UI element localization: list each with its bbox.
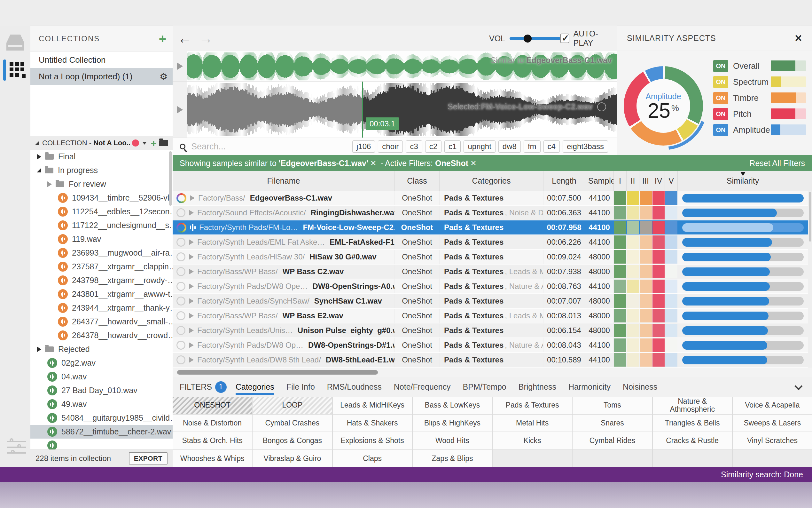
category-cell[interactable]: Claps (333, 450, 412, 467)
filter-tab[interactable]: Note/Frequency (394, 378, 451, 396)
aspect-on-toggle[interactable]: ON (713, 124, 728, 136)
row-play-icon[interactable] (190, 195, 195, 201)
table-row[interactable]: Factory/Synth Pads/DW8 Ope…DW8-OpenStrin… (173, 279, 812, 294)
table-row[interactable]: Factory/Bass/EdgeoverBass-C1.wav OneShot… (173, 191, 812, 206)
table-horizontal-scrollbar[interactable] (173, 368, 812, 377)
export-button[interactable]: EXPORT (129, 452, 168, 465)
tree-file-row[interactable] (30, 438, 173, 450)
category-cell[interactable]: Vibraslap & Guiro (252, 450, 332, 467)
table-row[interactable]: Factory/Synth Pads/DW8 Op…DW8-OpenString… (173, 338, 812, 353)
column-header-roman-2[interactable]: II (627, 171, 639, 190)
category-cell[interactable]: Snares (573, 415, 652, 432)
row-play-icon[interactable] (189, 357, 194, 363)
sample-status-icon[interactable] (177, 252, 185, 261)
aspect-on-toggle[interactable]: ON (713, 76, 728, 88)
expand-triangle-icon[interactable] (37, 346, 41, 352)
sample-status-icon[interactable] (177, 326, 185, 335)
filter-tab[interactable]: Brightness (519, 378, 556, 396)
category-cell[interactable] (653, 450, 732, 467)
expand-triangle-icon[interactable] (37, 168, 41, 172)
back-button[interactable]: ← (178, 31, 192, 45)
search-tag[interactable]: j106 (352, 140, 375, 153)
aspect-weight-bar[interactable] (771, 60, 806, 71)
aspect-on-toggle[interactable]: ON (713, 108, 728, 120)
category-cell[interactable] (733, 450, 812, 467)
column-header-filename[interactable]: Filename (173, 171, 395, 190)
search-tag[interactable]: upright (464, 140, 495, 153)
sample-status-icon[interactable] (177, 355, 185, 364)
category-cell[interactable]: Voice & Acapella (733, 397, 812, 414)
new-folder-icon[interactable] (159, 140, 168, 146)
category-cell[interactable]: Stabs & Orch. Hits (173, 432, 252, 450)
close-icon[interactable]: ✕ (795, 33, 802, 44)
search-tag[interactable]: c4 (543, 140, 560, 153)
category-cell[interactable] (493, 450, 572, 467)
tree-file-row[interactable]: 243798__xtrgamr__rowdy-… (30, 273, 173, 287)
reference-waveform[interactable]: Similar to: EdgeoverBass-C1.wav (173, 51, 617, 82)
category-cell[interactable]: Sweeps & Lasers (733, 415, 812, 432)
collection-list-item[interactable]: Untitled Collection ⚙ (30, 51, 173, 68)
scrollbar-thumb[interactable] (177, 370, 378, 375)
drive-icon[interactable] (6, 35, 24, 50)
chevron-down-icon[interactable] (142, 142, 147, 144)
tree-file-row[interactable]: 54084__guitarguy1985__civild… (30, 411, 173, 425)
category-cell[interactable]: Vinyl Scratches (733, 432, 812, 450)
row-play-icon[interactable] (189, 313, 194, 319)
sample-status-icon[interactable] (177, 208, 185, 217)
category-cell[interactable]: Triangles & Bells (653, 415, 732, 432)
collection-list-item[interactable]: Not a Loop (Imported) (1) ⚙ (30, 68, 173, 85)
tree-file-row[interactable]: 264377__howardv__small-… (30, 315, 173, 329)
clear-similarity-icon[interactable]: ✕ (370, 159, 376, 168)
tree-file-row[interactable]: 264378__howardv__crowd… (30, 329, 173, 342)
search-tag[interactable]: c3 (406, 140, 422, 153)
collections-grid-icon[interactable] (10, 62, 13, 66)
category-cell[interactable]: Cracks & Rustle (653, 432, 732, 450)
collapse-triangle-icon[interactable] (35, 141, 39, 145)
autoplay-checkbox[interactable] (560, 34, 569, 43)
category-cell[interactable] (573, 450, 652, 467)
row-play-icon[interactable] (189, 342, 194, 348)
play-button[interactable] (177, 62, 183, 70)
table-row[interactable]: Factory/Bass/WP Bass/WP Bass E2.wav OneS… (173, 309, 812, 324)
sample-status-icon[interactable] (177, 223, 186, 232)
sample-status-icon[interactable] (177, 267, 185, 276)
sliders-icon[interactable] (7, 438, 26, 455)
volume-slider[interactable] (510, 37, 561, 40)
search-tag[interactable]: fm (524, 140, 540, 153)
sample-status-icon[interactable] (177, 311, 185, 320)
column-header-roman-5[interactable]: V (665, 171, 678, 190)
tree-file-row[interactable]: 02g2.wav (30, 356, 173, 370)
tree-file-row[interactable]: 236993__mugwood__air-ra… (30, 246, 173, 260)
filter-tab[interactable]: Categories (236, 378, 274, 396)
selected-waveform[interactable]: 00:03.1 Selected: FM-Voice-Low-Sweep-C2.… (173, 82, 617, 137)
category-cell[interactable]: ONESHOT (173, 397, 252, 414)
tree-file-row[interactable]: 119.wav (30, 232, 173, 246)
clear-filter-icon[interactable]: ✕ (470, 159, 476, 168)
table-row[interactable]: Factory/Synth Pads/FM-Lo…FM-Voice-Low-Sw… (173, 220, 812, 235)
tree-file-row[interactable]: 04.wav (30, 370, 173, 384)
filter-tab[interactable]: RMS/Loudness (327, 378, 382, 396)
volume-knob[interactable] (524, 35, 532, 43)
tree-file-row[interactable]: 109434__timbre__52906-vl… (30, 191, 173, 205)
tree-file-row[interactable]: 112254__edbles__12secon… (30, 205, 173, 218)
aspect-weight-bar[interactable] (771, 92, 806, 103)
collapse-filters-chevron-icon[interactable] (795, 382, 802, 390)
row-play-icon[interactable] (189, 210, 194, 216)
play-button[interactable] (177, 106, 183, 114)
add-folder-button[interactable]: + (151, 138, 157, 148)
tree-file-row[interactable]: 49.wav (30, 397, 173, 411)
table-row[interactable]: Factory/Bass/WP Bass/WP Bass C2.wav OneS… (173, 264, 812, 279)
tree-folder-row[interactable]: In progress (30, 164, 173, 177)
filter-tab[interactable]: File Info (286, 378, 315, 396)
category-cell[interactable]: Pads & Textures (493, 397, 572, 414)
aspect-weight-bar[interactable] (771, 77, 806, 87)
tree-file-row[interactable]: 117122__unclesigmund__s… (30, 218, 173, 232)
aspect-weight-bar[interactable] (771, 124, 806, 135)
table-row[interactable]: Factory/Synth Leads/HiSaw 30/HiSaw 30 G#… (173, 250, 812, 264)
filter-tab[interactable]: BPM/Tempo (463, 378, 507, 396)
row-play-icon[interactable] (190, 224, 196, 231)
tree-file-row[interactable]: 243944__xtrgamr__thank-y… (30, 301, 173, 315)
search-tag[interactable]: eight3bass (563, 140, 608, 153)
category-cell[interactable]: Whooshes & Whips (173, 450, 252, 467)
table-row[interactable]: Factory/Synth Leads/EML Fat Aske…EML-Fat… (173, 235, 812, 250)
